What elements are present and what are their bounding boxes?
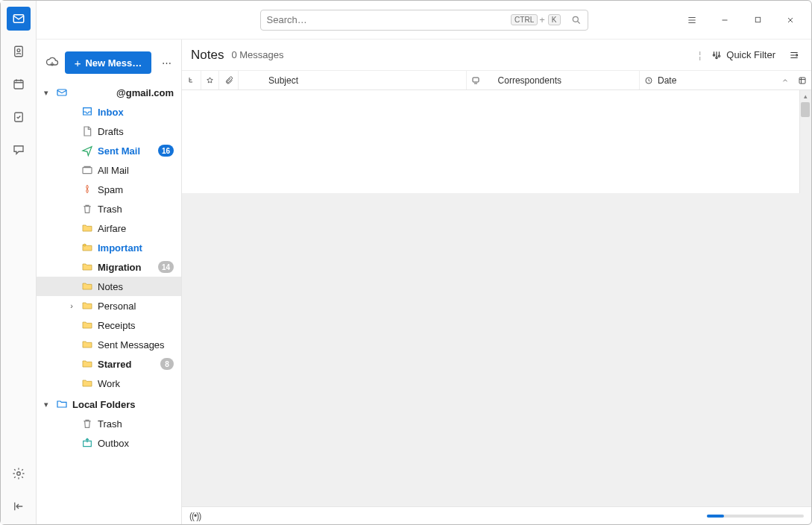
new-message-label: New Mess… <box>85 57 142 69</box>
folder-icon <box>81 339 93 350</box>
app-menu-button[interactable] <box>677 10 707 31</box>
chevron-right-icon[interactable]: › <box>66 301 77 310</box>
folder-trash[interactable]: Trash <box>37 414 181 433</box>
folder-star-icon <box>81 242 93 254</box>
correspondents-icon <box>471 76 480 85</box>
scroll-thumb[interactable] <box>801 102 810 117</box>
folder-all-mail[interactable]: All Mail <box>37 160 181 180</box>
search-input[interactable] <box>267 14 510 25</box>
folder-airfare[interactable]: Airfare <box>37 219 181 238</box>
new-message-button[interactable]: + New Mess… <box>65 51 151 74</box>
spam-icon <box>81 183 93 195</box>
col-date-label: Date <box>658 75 676 86</box>
sidebar-more-button[interactable]: ⋯ <box>157 51 175 74</box>
svg-point-6 <box>573 16 578 22</box>
folder-outbox[interactable]: Outbox <box>37 433 181 453</box>
unread-badge: 8 <box>160 358 174 370</box>
maximize-button[interactable] <box>743 10 772 31</box>
svg-rect-7 <box>755 17 760 22</box>
display-options-button[interactable] <box>786 47 802 63</box>
folder-notes[interactable]: Notes <box>37 277 181 296</box>
content-header: Notes 0 Messages ¦ Quick Filter <box>182 40 811 71</box>
titlebar: CTRL + K <box>37 1 811 40</box>
folder-label: Sent Mail <box>98 145 154 157</box>
folder-trash[interactable]: Trash <box>37 199 181 219</box>
app-rail <box>1 1 37 524</box>
folder-icon <box>81 377 93 389</box>
sent-icon <box>81 145 93 157</box>
column-picker-button[interactable] <box>798 76 807 85</box>
account-label: @gmail.com <box>72 87 174 98</box>
local-folders-label: Local Folders <box>72 399 174 410</box>
kbd-plus: + <box>539 14 545 25</box>
folder-migration[interactable]: Migration14 <box>37 257 181 277</box>
global-search[interactable]: CTRL + K <box>260 10 588 31</box>
col-subject[interactable]: Subject <box>239 71 467 89</box>
folder-sent-mail[interactable]: Sent Mail16 <box>37 141 181 160</box>
minimize-button[interactable] <box>710 10 740 31</box>
chat-button[interactable] <box>7 138 31 162</box>
empty-content-area <box>182 193 811 506</box>
unread-badge: 16 <box>158 145 174 157</box>
folder-work[interactable]: Work <box>37 374 181 393</box>
col-thread[interactable] <box>182 71 201 89</box>
tasks-button[interactable] <box>7 105 31 129</box>
svg-point-10 <box>84 244 86 246</box>
folder-spam[interactable]: Spam <box>37 180 181 199</box>
folder-label: Receipts <box>98 320 174 331</box>
folder-personal[interactable]: ›Personal <box>37 296 181 315</box>
folder-label: Sent Messages <box>98 339 174 350</box>
kbd-k: K <box>548 14 561 25</box>
get-messages-icon[interactable] <box>45 56 59 69</box>
column-header: Subject Correspondents Date <box>182 71 811 90</box>
sort-asc-icon <box>781 77 789 84</box>
folder-tree: ▾ @gmail.com InboxDraftsSent Mail16All M… <box>37 83 181 524</box>
message-list: ▴ ▾ <box>182 90 811 506</box>
address-book-button[interactable] <box>7 40 31 63</box>
folder-drafts[interactable]: Drafts <box>37 122 181 141</box>
calendar-button[interactable] <box>7 72 31 96</box>
svg-point-2 <box>17 49 20 52</box>
local-folders-row[interactable]: ▾ Local Folders <box>37 394 181 414</box>
col-attachment[interactable] <box>219 71 239 89</box>
folder-starred[interactable]: Starred8 <box>37 354 181 374</box>
folder-sent-messages[interactable]: Sent Messages <box>37 335 181 354</box>
trash-icon <box>81 203 93 215</box>
status-bar: ((•)) <box>182 506 811 524</box>
filter-icon <box>711 50 722 60</box>
online-status-icon[interactable]: ((•)) <box>189 511 201 521</box>
folder-label: Important <box>98 242 174 254</box>
folder-icon <box>81 300 93 312</box>
collapse-rail-button[interactable] <box>7 494 31 518</box>
col-date[interactable]: Date <box>640 71 811 89</box>
message-count: 0 Messages <box>231 49 283 60</box>
folder-label: Personal <box>98 301 174 312</box>
vertical-bar-icon: ¦ <box>699 49 701 60</box>
mail-space-button[interactable] <box>7 7 31 31</box>
folder-label: Work <box>98 378 174 389</box>
folder-icon <box>81 358 93 370</box>
search-icon <box>571 15 582 25</box>
quick-filter-button[interactable]: Quick Filter <box>707 46 780 63</box>
folder-label: Migration <box>98 262 154 273</box>
folder-label: Drafts <box>98 126 174 137</box>
folder-icon <box>81 280 93 292</box>
svg-point-12 <box>716 57 717 58</box>
col-correspondents[interactable]: Correspondents <box>467 71 640 89</box>
folder-important[interactable]: Important <box>37 238 181 257</box>
scroll-up-icon[interactable]: ▴ <box>799 90 811 102</box>
folder-receipts[interactable]: Receipts <box>37 315 181 335</box>
folder-inbox[interactable]: Inbox <box>37 102 181 122</box>
folder-icon <box>81 222 93 234</box>
progress-bar <box>707 515 804 518</box>
account-row[interactable]: ▾ @gmail.com <box>37 83 181 102</box>
close-button[interactable] <box>775 10 805 31</box>
folder-label: All Mail <box>98 165 174 176</box>
folder-icon <box>81 261 93 273</box>
folder-sidebar: + New Mess… ⋯ ▾ @gmail.com InboxDraftsSe… <box>37 40 182 524</box>
folder-label: Outbox <box>98 438 174 449</box>
quick-filter-label: Quick Filter <box>726 49 775 60</box>
settings-button[interactable] <box>7 462 31 485</box>
chevron-down-icon: ▾ <box>41 88 51 98</box>
col-star[interactable] <box>201 71 219 89</box>
